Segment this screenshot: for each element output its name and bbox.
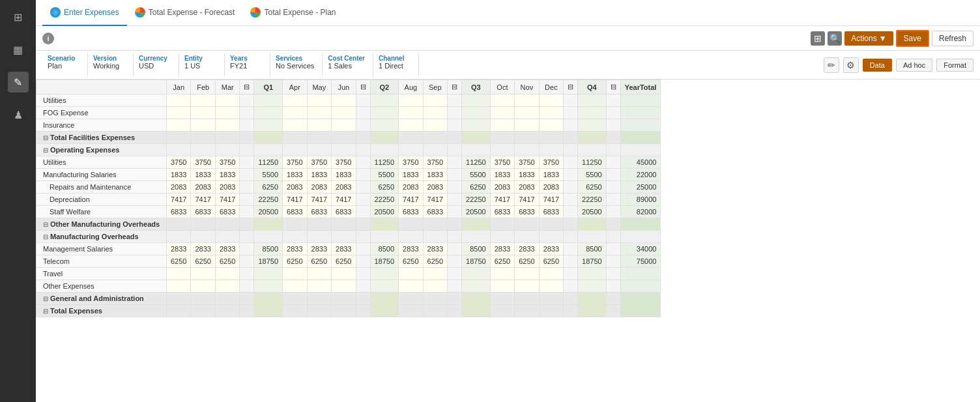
collapse-icon[interactable]: ⊟	[43, 134, 48, 141]
month-value-cell[interactable]: 6833	[423, 206, 447, 218]
search-icon[interactable]: 🔍	[828, 31, 842, 46]
month-value-cell[interactable]: 6250	[283, 255, 307, 268]
col-header-q1-collapse[interactable]: ⊟	[240, 80, 254, 94]
month-value-cell[interactable]: 2083	[515, 181, 539, 194]
month-value-cell[interactable]: 6250	[423, 255, 447, 268]
filter-years[interactable]: Years FY21	[225, 53, 270, 76]
month-value-cell[interactable]: 6250	[490, 255, 514, 268]
month-value-cell[interactable]: 6250	[307, 255, 331, 268]
month-value-cell[interactable]: 2083	[399, 181, 423, 194]
format-view-button[interactable]: Format	[936, 59, 973, 72]
month-value-cell[interactable]: 2083	[423, 181, 447, 194]
month-value-cell[interactable]: 3750	[539, 156, 563, 169]
month-value-cell[interactable]: 6250	[167, 255, 191, 268]
edit-filter-button[interactable]: ✏	[824, 57, 839, 73]
month-value-cell[interactable]: 2833	[423, 243, 447, 255]
month-value-cell[interactable]: 2833	[167, 243, 191, 255]
month-value-cell[interactable]: 2083	[490, 181, 514, 194]
month-value-cell[interactable]: 1833	[283, 169, 307, 181]
month-value-cell[interactable]: 7417	[515, 194, 539, 206]
sidebar-icon-grid[interactable]: ▦	[8, 39, 29, 60]
grid-settings-icon[interactable]: ⊞	[811, 31, 825, 46]
month-value-cell[interactable]: 1833	[539, 169, 563, 181]
month-value-cell[interactable]: 2083	[283, 181, 307, 194]
month-value-cell[interactable]: 7417	[539, 194, 563, 206]
month-value-cell[interactable]: 7417	[332, 194, 356, 206]
col-header-q3-collapse[interactable]: ⊟	[448, 80, 462, 94]
month-value-cell[interactable]: 6250	[215, 255, 239, 268]
info-button[interactable]: i	[42, 33, 54, 44]
collapse-icon[interactable]: ⊟	[43, 147, 48, 154]
filter-scenario[interactable]: Scenario Plan	[42, 53, 88, 76]
month-value-cell[interactable]: 7417	[490, 194, 514, 206]
month-value-cell[interactable]: 6833	[399, 206, 423, 218]
collapse-icon[interactable]: ⊟	[43, 295, 48, 302]
month-value-cell[interactable]: 6833	[332, 206, 356, 218]
month-value-cell[interactable]: 3750	[399, 156, 423, 169]
month-value-cell[interactable]: 6250	[332, 255, 356, 268]
month-value-cell[interactable]: 2083	[332, 181, 356, 194]
month-value-cell[interactable]: 6250	[399, 255, 423, 268]
month-value-cell[interactable]: 2833	[332, 243, 356, 255]
month-value-cell[interactable]: 2833	[490, 243, 514, 255]
tab-total-plan[interactable]: Total Expense - Plan	[242, 0, 343, 26]
month-value-cell[interactable]: 3750	[215, 156, 239, 169]
month-value-cell[interactable]: 7417	[167, 194, 191, 206]
month-value-cell[interactable]: 3750	[423, 156, 447, 169]
sidebar-icon-edit[interactable]: ✎	[8, 72, 29, 93]
month-value-cell[interactable]: 3750	[332, 156, 356, 169]
month-value-cell[interactable]: 7417	[283, 194, 307, 206]
month-value-cell[interactable]: 6833	[215, 206, 239, 218]
refresh-button[interactable]: Refresh	[932, 31, 973, 46]
month-value-cell[interactable]: 3750	[307, 156, 331, 169]
month-value-cell[interactable]: 2083	[215, 181, 239, 194]
month-value-cell[interactable]: 2833	[539, 243, 563, 255]
sidebar-icon-home[interactable]: ⊞	[8, 7, 29, 27]
tab-total-forecast[interactable]: Total Expense - Forecast	[127, 0, 243, 26]
month-value-cell[interactable]: 1833	[191, 169, 215, 181]
month-value-cell[interactable]: 3750	[167, 156, 191, 169]
month-value-cell[interactable]: 2083	[307, 181, 331, 194]
month-value-cell[interactable]: 6250	[539, 255, 563, 268]
month-value-cell[interactable]: 7417	[191, 194, 215, 206]
filter-channel[interactable]: Channel 1 Direct	[373, 53, 419, 76]
month-value-cell[interactable]: 3750	[515, 156, 539, 169]
filter-cost-center[interactable]: Cost Center 1 Sales	[323, 53, 373, 76]
month-value-cell[interactable]: 7417	[423, 194, 447, 206]
month-value-cell[interactable]: 1833	[332, 169, 356, 181]
month-value-cell[interactable]: 1833	[423, 169, 447, 181]
sidebar-icon-person[interactable]: ♟	[8, 104, 29, 125]
col-header-yeartotal-collapse[interactable]: ⊟	[606, 80, 620, 94]
month-value-cell[interactable]: 2083	[167, 181, 191, 194]
filter-currency[interactable]: Currency USD	[134, 53, 179, 76]
month-value-cell[interactable]: 2833	[215, 243, 239, 255]
data-view-button[interactable]: Data	[863, 59, 892, 72]
settings-filter-button[interactable]: ⚙	[843, 57, 859, 73]
collapse-icon[interactable]: ⊟	[43, 233, 48, 240]
month-value-cell[interactable]: 6833	[515, 206, 539, 218]
month-value-cell[interactable]: 6833	[283, 206, 307, 218]
month-value-cell[interactable]: 6250	[515, 255, 539, 268]
month-value-cell[interactable]: 7417	[215, 194, 239, 206]
month-value-cell[interactable]: 2833	[307, 243, 331, 255]
month-value-cell[interactable]: 2083	[191, 181, 215, 194]
filter-services[interactable]: Services No Services	[270, 53, 323, 76]
save-button[interactable]: Save	[896, 30, 929, 47]
month-value-cell[interactable]: 1833	[515, 169, 539, 181]
filter-version[interactable]: Version Working	[88, 53, 134, 76]
month-value-cell[interactable]: 2833	[515, 243, 539, 255]
month-value-cell[interactable]: 3750	[283, 156, 307, 169]
month-value-cell[interactable]: 6833	[490, 206, 514, 218]
month-value-cell[interactable]: 2833	[191, 243, 215, 255]
month-value-cell[interactable]: 6833	[539, 206, 563, 218]
month-value-cell[interactable]: 7417	[307, 194, 331, 206]
month-value-cell[interactable]: 1833	[490, 169, 514, 181]
col-header-q2-collapse[interactable]: ⊟	[356, 80, 370, 94]
filter-entity[interactable]: Entity 1 US	[179, 53, 225, 76]
month-value-cell[interactable]: 6250	[191, 255, 215, 268]
month-value-cell[interactable]: 3750	[191, 156, 215, 169]
tab-enter-expenses[interactable]: Enter Expenses	[42, 0, 127, 26]
month-value-cell[interactable]: 1833	[307, 169, 331, 181]
collapse-icon[interactable]: ⊟	[43, 308, 48, 315]
month-value-cell[interactable]: 1833	[167, 169, 191, 181]
